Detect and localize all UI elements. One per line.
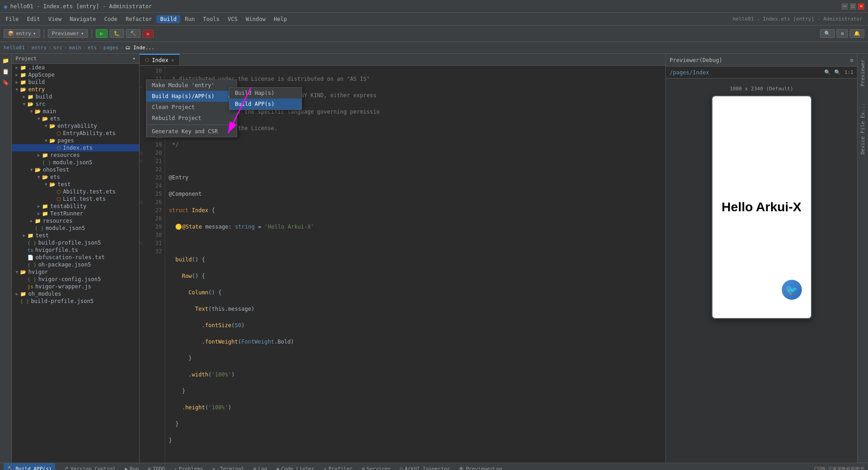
- tree-item-ability-test[interactable]: ⬡ Ability.test.ets: [12, 188, 139, 195]
- stop-button[interactable]: ■: [142, 30, 154, 38]
- services-tab[interactable]: ⚙ Services: [360, 466, 393, 470]
- rebuild-project-item[interactable]: Rebuild Project: [146, 113, 237, 124]
- arkui-inspector-tab[interactable]: ◻ ArkUI Inspector: [398, 466, 452, 470]
- make-module-item[interactable]: Make Module 'entry': [146, 80, 237, 91]
- build-button[interactable]: 🔨: [126, 29, 140, 38]
- tree-item-resources2[interactable]: ▶ 📁 resources: [12, 217, 139, 225]
- menu-help[interactable]: Help: [270, 15, 291, 23]
- close-button[interactable]: ✕: [858, 3, 864, 10]
- entry-selector[interactable]: 📦 entry ▾: [4, 29, 40, 38]
- code-lines[interactable]: * distributed under the License is distr…: [165, 66, 665, 463]
- tree-item-ohostest[interactable]: ▼ 📂 ohosTest: [12, 166, 139, 173]
- build-app-item[interactable]: Build APP(s): [229, 99, 301, 110]
- run-tab[interactable]: ▶ Run: [123, 466, 141, 470]
- tree-item-hvigor-wrapper[interactable]: js hvigor-wrapper.js: [12, 283, 139, 290]
- zoom-fit-btn[interactable]: 1:1: [844, 69, 853, 75]
- breadcrumb-item-hello01[interactable]: hello01: [4, 45, 25, 51]
- settings-btn[interactable]: ⚙: [837, 29, 848, 38]
- breadcrumb-item-main[interactable]: main: [69, 45, 81, 51]
- profiler-tab[interactable]: ⚡ Profiler: [322, 466, 354, 470]
- tree-item-oh-modules[interactable]: ▶ 📁 oh_modules: [12, 290, 139, 298]
- tree-item-build-profile-root[interactable]: { } build-profile.json5: [12, 298, 139, 305]
- tree-item-hvigor[interactable]: ▼ 📂 hvigor: [12, 268, 139, 276]
- breadcrumb-item-index[interactable]: 🗂 Inde...: [125, 45, 155, 51]
- tree-item-idea[interactable]: ▶ 📁 .idea: [12, 64, 139, 71]
- menu-tools[interactable]: Tools: [199, 15, 223, 23]
- minimize-button[interactable]: ─: [842, 3, 848, 10]
- menu-vcs[interactable]: VCS: [224, 15, 241, 23]
- previewer-selector[interactable]: Previewer ▾: [48, 29, 88, 38]
- tree-item-ets[interactable]: ▼ 📂 ets: [12, 115, 139, 122]
- editor-tab-index[interactable]: ⬡ Index ✕: [140, 54, 180, 65]
- tree-item-list-test[interactable]: ⬡ List.test.ets: [12, 195, 139, 203]
- code-linter-tab[interactable]: ◈ Code Linter: [275, 466, 316, 470]
- menu-refactor[interactable]: Refactor: [122, 15, 156, 23]
- menu-window[interactable]: Window: [242, 15, 269, 23]
- previewer-tab[interactable]: Previewer: [858, 56, 868, 90]
- debug-button[interactable]: 🐛: [109, 29, 124, 38]
- tree-item-entryability[interactable]: ▼ 📂 entryability: [12, 122, 139, 130]
- generate-key-item[interactable]: Generate Key and CSR: [146, 126, 237, 137]
- maximize-button[interactable]: □: [850, 3, 856, 10]
- problems-tab[interactable]: ⚠ Problems: [172, 466, 205, 470]
- structure-btn[interactable]: 📋: [1, 67, 11, 77]
- build-hap-item[interactable]: Build Hap(s): [229, 88, 301, 99]
- tree-item-index-ets[interactable]: ⬡ Index.ets: [12, 144, 139, 151]
- zoom-in-btn[interactable]: 🔍: [834, 69, 841, 75]
- build-hap-app-item[interactable]: Build Hap(s)/APP(s) ▶: [146, 91, 237, 102]
- tree-item-ohostest-ets[interactable]: ▼ 📂 ets: [12, 173, 139, 181]
- window-controls[interactable]: ─ □ ✕: [842, 3, 864, 10]
- zoom-out-btn[interactable]: 🔍: [824, 69, 831, 75]
- tree-item-hvigorfile[interactable]: ts hvigorfile.ts: [12, 246, 139, 254]
- tree-item-build-profile[interactable]: { } build-profile.json5: [12, 239, 139, 246]
- tree-item-label: resources: [50, 152, 80, 158]
- tree-item-oh-package[interactable]: { } oh-package.json5: [12, 261, 139, 268]
- bookmarks-btn[interactable]: 🔖: [1, 78, 11, 88]
- terminal-tab[interactable]: >_ Terminal: [210, 466, 246, 470]
- todo-tab[interactable]: ≡ TODO: [146, 466, 166, 470]
- tree-item-main[interactable]: ▼ 📂 main: [12, 108, 139, 115]
- tree-item-entryability-ets[interactable]: ⬡ EntryAbility.ets: [12, 130, 139, 137]
- tree-item-label: EntryAbility.ets: [63, 130, 116, 136]
- version-control-label: Version Control: [70, 466, 115, 470]
- breadcrumb-item-src[interactable]: src: [53, 45, 62, 51]
- search-everywhere-btn[interactable]: 🔍: [820, 29, 835, 38]
- tree-item-testrunner[interactable]: ▶ 📁 TestRunner: [12, 210, 139, 217]
- tree-item-pages[interactable]: ▼ 📂 pages: [12, 137, 139, 144]
- todo-icon: ≡: [148, 466, 151, 470]
- tree-item-test-folder[interactable]: ▼ 📂 test: [12, 181, 139, 188]
- menu-code[interactable]: Code: [101, 15, 121, 23]
- notifications-btn[interactable]: 🔔: [850, 29, 864, 38]
- tree-item-appscope[interactable]: ▶ 📁 AppScope: [12, 71, 139, 78]
- menu-navigate[interactable]: Navigate: [66, 15, 100, 23]
- version-control-tab[interactable]: ⎇ Version Control: [61, 466, 117, 470]
- menu-edit[interactable]: Edit: [23, 15, 44, 23]
- tree-item-testability[interactable]: ▶ 📁 testability: [12, 203, 139, 210]
- tree-item-obfuscation[interactable]: 📄 obfuscation-rules.txt: [12, 254, 139, 261]
- previewer-log-tab[interactable]: 👁 PreviewerLog: [457, 466, 504, 470]
- tab-close-icon[interactable]: ✕: [171, 57, 174, 63]
- device-file-tab[interactable]: Device File Ex...: [858, 99, 868, 158]
- tree-item-build[interactable]: ▶ 📁 build: [12, 93, 139, 100]
- project-view-btn[interactable]: 📁: [1, 56, 11, 66]
- menu-build[interactable]: Build: [156, 15, 180, 23]
- tree-item-entry[interactable]: ▼ 📂 entry: [12, 86, 139, 93]
- project-dropdown-icon[interactable]: ▾: [132, 56, 135, 62]
- breadcrumb-item-ets[interactable]: ets: [88, 45, 97, 51]
- menu-run[interactable]: Run: [181, 15, 198, 23]
- breadcrumb-item-entry[interactable]: entry: [31, 45, 47, 51]
- tree-item-resources[interactable]: ▶ 📁 resources: [12, 151, 139, 159]
- tree-item-test2[interactable]: ▶ 📁 test: [12, 232, 139, 239]
- tree-item-module-json[interactable]: { } module.json5: [12, 159, 139, 166]
- tree-item-module-json2[interactable]: { } module.json5: [12, 225, 139, 232]
- clean-project-item[interactable]: Clean Project: [146, 102, 237, 113]
- tree-item-hvigor-config[interactable]: { } hvigor-config.json5: [12, 276, 139, 283]
- breadcrumb-item-pages[interactable]: pages: [104, 45, 119, 51]
- run-button[interactable]: ▶: [96, 29, 108, 38]
- tree-item-build-root[interactable]: ▶ 📁 build: [12, 78, 139, 86]
- log-tab[interactable]: ≡ Log: [251, 466, 269, 470]
- menu-view[interactable]: View: [45, 15, 65, 23]
- menu-file[interactable]: File: [2, 15, 22, 23]
- tree-item-src[interactable]: ▼ 📂 src: [12, 100, 139, 108]
- previewer-settings-btn[interactable]: ⚙: [850, 57, 853, 63]
